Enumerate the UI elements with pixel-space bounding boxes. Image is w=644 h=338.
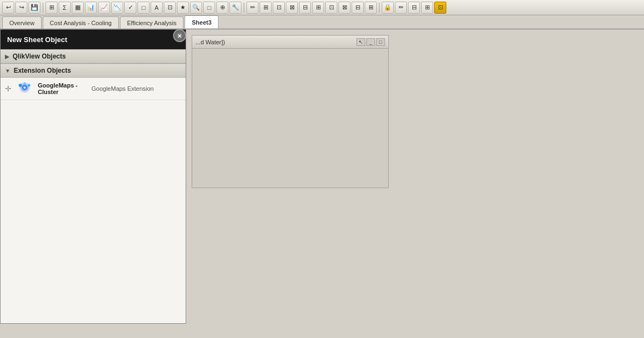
chart-panel-controls: ↖ _ □ [357,38,385,46]
toolbar: ↩ ↪ 💾 ⊞ Σ ▦ 📊 📈 📉 ✓ □ A ⊡ ★ 🔍 □ ⊕ 🔧 ✏ ⊞ … [0,0,644,15]
toolbar-btn-save[interactable]: 💾 [28,2,41,14]
toolbar-btn-26[interactable]: 🔒 [382,2,394,14]
toolbar-sep-2 [244,3,244,13]
toolbar-btn-back[interactable]: ↩ [2,2,14,14]
move-icon: ✛ [5,84,12,93]
panel-title: New Sheet Object [7,36,67,44]
extension-objects-arrow: ▼ [5,68,10,74]
sheet-content: ...d Water]) ↖ _ □ [186,30,644,338]
toolbar-btn-5[interactable]: 📈 [98,2,110,14]
ext-item-type: GoogleMaps Extension [91,85,154,92]
toolbar-btn-24[interactable]: ⊟ [352,2,364,14]
toolbar-btn-9[interactable]: A [151,2,163,14]
toolbar-btn-forward[interactable]: ↪ [15,2,27,14]
tab-cost-analysis[interactable]: Cost Analysis - Cooling [43,16,119,28]
toolbar-sep-3 [379,3,380,13]
toolbar-btn-3[interactable]: ▦ [72,2,84,14]
toolbar-btn-18[interactable]: ⊡ [273,2,285,14]
toolbar-btn-29[interactable]: ⊞ [421,2,433,14]
toolbar-btn-21[interactable]: ⊞ [312,2,324,14]
extension-item-googlemaps-cluster[interactable]: ✛ [1,78,186,100]
toolbar-btn-4[interactable]: 📊 [85,2,97,14]
toolbar-sep-1 [43,3,43,13]
ext-item-name-container: GoogleMaps - Cluster [38,82,87,95]
toolbar-btn-10[interactable]: ⊡ [164,2,176,14]
toolbar-btn-13[interactable]: □ [203,2,215,14]
main-area: New Sheet Object × ▶ QlikView Objects ▼ … [0,30,644,338]
toolbar-btn-active[interactable]: ⊡ [434,2,446,14]
toolbar-btn-15[interactable]: 🔧 [229,2,242,14]
toolbar-btn-11[interactable]: ★ [177,2,189,14]
toolbar-btn-28[interactable]: ⊟ [408,2,420,14]
tab-sheet3[interactable]: Sheet3 [185,15,219,28]
panel-close-button[interactable]: × [173,29,186,42]
toolbar-btn-20[interactable]: ⊟ [299,2,311,14]
toolbar-btn-8[interactable]: □ [137,2,150,14]
toolbar-btn-1[interactable]: ⊞ [45,2,58,14]
panel-header: New Sheet Object × [1,30,186,49]
toolbar-btn-16[interactable]: ✏ [246,2,258,14]
toolbar-btn-6[interactable]: 📉 [111,2,123,14]
googlemaps-cluster-icon [16,80,33,97]
tab-bar: Overview Cost Analysis - Cooling Efficie… [0,15,644,30]
tab-overview[interactable]: Overview [2,16,42,28]
section-qlikview-objects[interactable]: ▶ QlikView Objects [1,49,186,63]
extension-objects-label: Extension Objects [14,67,71,74]
tab-efficiency-analysis[interactable]: Efficiency Analysis [120,16,183,28]
toolbar-btn-19[interactable]: ⊠ [286,2,298,14]
toolbar-btn-12[interactable]: 🔍 [190,2,202,14]
chart-maximize-icon[interactable]: □ [376,38,385,46]
toolbar-btn-22[interactable]: ⊡ [325,2,337,14]
qlikview-objects-label: QlikView Objects [13,53,66,60]
extension-items-list: ✛ [1,78,186,323]
chart-cursor-icon[interactable]: ↖ [357,38,365,46]
toolbar-btn-27[interactable]: ✏ [395,2,407,14]
toolbar-btn-25[interactable]: ⊞ [365,2,377,14]
chart-minimize-icon[interactable]: _ [366,38,375,46]
section-extension-objects[interactable]: ▼ Extension Objects [1,63,186,78]
ext-item-name: GoogleMaps - Cluster [38,82,87,95]
toolbar-btn-2[interactable]: Σ [59,2,71,14]
chart-panel-header: ...d Water]) ↖ _ □ [192,36,388,49]
chart-panel-body [192,49,388,188]
toolbar-btn-14[interactable]: ⊕ [216,2,228,14]
toolbar-btn-7[interactable]: ✓ [124,2,136,14]
chart-panel: ...d Water]) ↖ _ □ [192,35,389,188]
toolbar-btn-23[interactable]: ⊠ [338,2,350,14]
qlikview-objects-arrow: ▶ [5,54,9,60]
chart-title: ...d Water]) [196,39,225,45]
new-sheet-panel: New Sheet Object × ▶ QlikView Objects ▼ … [0,30,186,324]
toolbar-btn-17[interactable]: ⊞ [260,2,272,14]
